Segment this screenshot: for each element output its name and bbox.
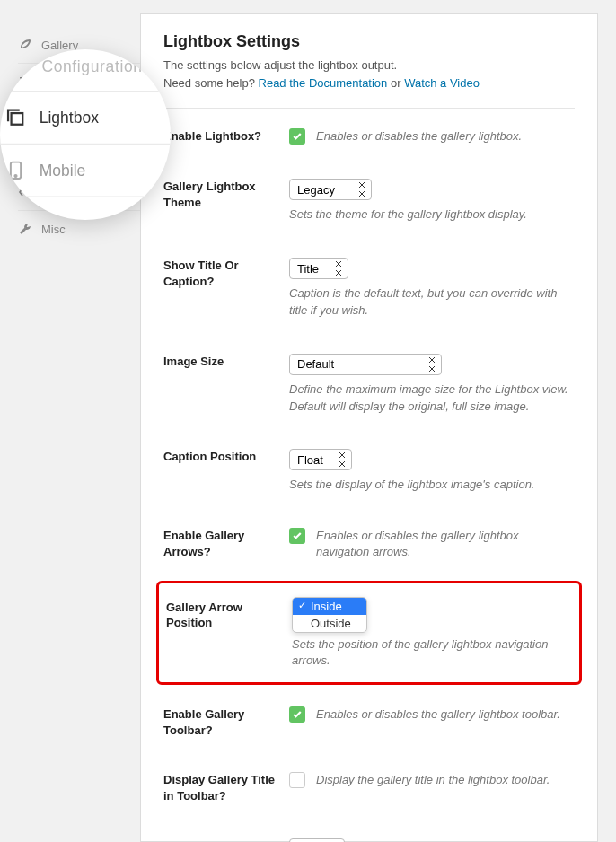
row-toolbar-position: Gallery Toolbar Position Top Sets the po… [163, 819, 575, 843]
caption-position-select[interactable]: Float [289, 449, 352, 470]
help-text: Define the maximum image size for the Li… [289, 382, 575, 416]
row-label: Enable Lightbox? [163, 128, 289, 145]
theme-select[interactable]: Legacy [289, 179, 372, 200]
row-arrow-position: Gallery Arrow Position Inside Outside Se… [156, 581, 582, 686]
row-label: Gallery Arrow Position [166, 600, 292, 671]
help-text: Display the gallery title in the lightbo… [316, 772, 550, 788]
row-enable-toolbar: Enable Gallery Toolbar? Enables or disab… [163, 687, 575, 752]
row-title-caption: Show Title Or Caption? Title Caption is … [163, 238, 575, 334]
arrow-position-dropdown[interactable]: Inside Outside [292, 597, 367, 633]
help-text: Sets the theme for the gallery lightbox … [289, 206, 575, 224]
stack-icon [5, 108, 26, 128]
enable-toolbar-checkbox[interactable] [289, 706, 305, 723]
row-title-in-toolbar: Display Gallery Title in Toolbar? Displa… [163, 752, 575, 818]
content-panel: Lightbox Settings The settings below adj… [140, 13, 598, 842]
magnifier-lens: Configuration Lightbox Mobile [0, 49, 171, 220]
help-text: Enables or disables the gallery lightbox… [316, 706, 560, 723]
title-caption-select[interactable]: Title [289, 258, 348, 279]
help-text: Enables or disables the gallery lightbox… [316, 128, 522, 145]
svg-rect-9 [12, 113, 23, 125]
row-label: Enable Gallery Arrows? [163, 528, 289, 560]
enable-lightbox-checkbox[interactable] [289, 128, 305, 145]
toolbar-position-select[interactable]: Top [289, 838, 345, 843]
row-label: Caption Position [163, 449, 289, 494]
video-link[interactable]: Watch a Video [404, 76, 480, 90]
help-text: Caption is the default text, but you can… [289, 285, 575, 320]
row-enable-arrows: Enable Gallery Arrows? Enables or disabl… [163, 508, 575, 574]
wrench-icon [18, 222, 32, 236]
lens-item-lightbox[interactable]: Lightbox [0, 92, 171, 145]
doc-link[interactable]: Read the Documentation [259, 76, 388, 90]
row-theme: Gallery Lightbox Theme Legacy Sets the t… [163, 159, 575, 238]
sidebar-item-label: Misc [41, 223, 66, 236]
page-desc: The settings below adjust the lightbox o… [163, 57, 575, 92]
svg-point-11 [14, 175, 16, 177]
dropdown-option-outside[interactable]: Outside [293, 615, 366, 632]
row-label: Show Title Or Caption? [163, 258, 289, 320]
row-label: Gallery Lightbox Theme [163, 179, 289, 224]
row-image-size: Image Size Default Define the maximum im… [163, 334, 575, 430]
row-label: Display Gallery Title in Toolbar? [163, 772, 289, 803]
lens-item-mobile[interactable]: Mobile [0, 145, 171, 197]
row-label: Image Size [163, 354, 289, 416]
image-size-select[interactable]: Default [289, 354, 442, 375]
page-title: Lightbox Settings [163, 32, 575, 51]
title-in-toolbar-checkbox[interactable] [289, 772, 305, 788]
row-label: Enable Gallery Toolbar? [163, 706, 289, 738]
help-text: Sets the position of the gallery lightbo… [292, 636, 572, 671]
dropdown-option-inside[interactable]: Inside [293, 598, 366, 615]
help-text: Enables or disables the gallery lightbox… [316, 528, 575, 560]
enable-arrows-checkbox[interactable] [289, 528, 305, 544]
row-caption-position: Caption Position Float Sets the display … [163, 429, 575, 508]
row-enable-lightbox: Enable Lightbox? Enables or disables the… [163, 109, 575, 159]
leaf-icon [18, 38, 32, 52]
help-text: Sets the display of the lightbox image's… [289, 477, 575, 494]
row-label: Gallery Toolbar Position [163, 838, 289, 843]
